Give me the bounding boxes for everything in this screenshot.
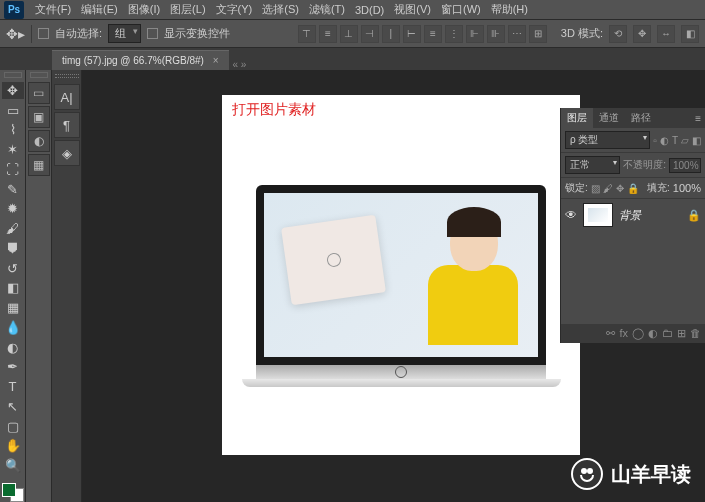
new-layer-icon[interactable]: ⊞ (677, 327, 686, 340)
show-transform-checkbox[interactable] (147, 28, 158, 39)
toolbox-handle[interactable] (4, 72, 22, 78)
menu-window[interactable]: 窗口(W) (441, 2, 481, 17)
distribute-2-icon[interactable]: ⋮ (445, 25, 463, 43)
menu-file[interactable]: 文件(F) (35, 2, 71, 17)
foreground-color-swatch[interactable] (2, 483, 16, 497)
type-tool[interactable]: T (2, 378, 24, 396)
layer-mask-icon[interactable]: ◯ (632, 327, 644, 340)
dock-character-icon[interactable]: A| (54, 84, 80, 110)
pen-tool[interactable]: ✒ (2, 358, 24, 376)
filter-smart-icon[interactable]: ◧ (692, 135, 701, 146)
filter-adjust-icon[interactable]: ◐ (660, 135, 669, 146)
align-vcenter-icon[interactable]: ≡ (319, 25, 337, 43)
auto-select-checkbox[interactable] (38, 28, 49, 39)
dock-handle[interactable] (55, 74, 79, 78)
layer-name[interactable]: 背景 (619, 208, 641, 223)
group-icon[interactable]: 🗀 (662, 327, 673, 340)
menu-view[interactable]: 视图(V) (394, 2, 431, 17)
clone-stamp-tool[interactable]: ⛊ (2, 240, 24, 258)
panel-history-icon[interactable]: ▭ (28, 82, 50, 104)
canvas-annotation: 打开图片素材 (222, 95, 580, 125)
align-hcenter-icon[interactable]: | (382, 25, 400, 43)
align-icons: ⊤ ≡ ⊥ ⊣ | ⊢ ≡ ⋮ ⊩ ⊪ ⋯ ⊞ (298, 25, 547, 43)
layer-item-background[interactable]: 👁 背景 🔒 (561, 199, 705, 231)
filter-pixel-icon[interactable]: ▫ (653, 135, 657, 146)
tab-paths[interactable]: 路径 (625, 108, 657, 128)
lock-label: 锁定: (565, 181, 588, 195)
path-selection-tool[interactable]: ↖ (2, 398, 24, 416)
gradient-tool[interactable]: ▦ (2, 299, 24, 317)
panel-styles-icon[interactable]: ▦ (28, 154, 50, 176)
3d-slide-icon[interactable]: ↔ (657, 25, 675, 43)
distribute-3-icon[interactable]: ⊩ (466, 25, 484, 43)
panel-handle[interactable] (30, 72, 48, 78)
menu-filter[interactable]: 滤镜(T) (309, 2, 345, 17)
menu-edit[interactable]: 编辑(E) (81, 2, 118, 17)
zoom-tool[interactable]: 🔍 (2, 457, 24, 475)
3d-scale-icon[interactable]: ◧ (681, 25, 699, 43)
dock-3d-icon[interactable]: ◈ (54, 140, 80, 166)
magic-wand-tool[interactable]: ✶ (2, 141, 24, 159)
tab-arrows-icon[interactable]: « » (233, 59, 247, 70)
lasso-tool[interactable]: ⌇ (2, 121, 24, 139)
move-tool[interactable]: ✥ (2, 82, 24, 100)
filter-type-icon[interactable]: T (672, 135, 678, 146)
align-right-icon[interactable]: ⊢ (403, 25, 421, 43)
3d-pan-icon[interactable]: ✥ (633, 25, 651, 43)
align-top-icon[interactable]: ⊤ (298, 25, 316, 43)
fill-input[interactable]: 100% (673, 182, 701, 194)
align-left-icon[interactable]: ⊣ (361, 25, 379, 43)
panel-adjustments-icon[interactable]: ◐ (28, 130, 50, 152)
lock-all-icon[interactable]: 🔒 (627, 183, 639, 194)
distribute-4-icon[interactable]: ⊪ (487, 25, 505, 43)
lock-transparency-icon[interactable]: ▨ (591, 183, 600, 194)
tab-layers[interactable]: 图层 (561, 108, 593, 128)
rectangle-tool[interactable]: ▢ (2, 417, 24, 435)
mode-3d-label: 3D 模式: (561, 26, 603, 41)
person-graphic (408, 203, 518, 353)
menu-3d[interactable]: 3D(D) (355, 4, 384, 16)
distribute-6-icon[interactable]: ⊞ (529, 25, 547, 43)
menu-image[interactable]: 图像(I) (128, 2, 160, 17)
distribute-1-icon[interactable]: ≡ (424, 25, 442, 43)
dock-paragraph-icon[interactable]: ¶ (54, 112, 80, 138)
lock-pixels-icon[interactable]: 🖌 (603, 183, 613, 194)
menu-help[interactable]: 帮助(H) (491, 2, 528, 17)
align-bottom-icon[interactable]: ⊥ (340, 25, 358, 43)
close-tab-icon[interactable]: × (213, 55, 219, 66)
document-canvas[interactable]: 打开图片素材 (222, 95, 580, 455)
dodge-tool[interactable]: ◐ (2, 338, 24, 356)
layer-thumbnail[interactable] (583, 203, 613, 227)
adjustment-layer-icon[interactable]: ◐ (648, 327, 658, 340)
hand-tool[interactable]: ✋ (2, 437, 24, 455)
panel-properties-icon[interactable]: ▣ (28, 106, 50, 128)
history-brush-tool[interactable]: ↺ (2, 259, 24, 277)
eraser-tool[interactable]: ◧ (2, 279, 24, 297)
link-layers-icon[interactable]: ⚯ (606, 327, 615, 340)
eyedropper-tool[interactable]: ✎ (2, 180, 24, 198)
marquee-tool[interactable]: ▭ (2, 101, 24, 119)
opacity-input[interactable]: 100% (669, 158, 701, 173)
layer-style-icon[interactable]: fx (619, 327, 628, 340)
layers-panel: 图层 通道 路径 ≡ ρ 类型 ▫ ◐ T ▱ ◧ 正常 不透明度: 100% … (560, 108, 705, 343)
healing-brush-tool[interactable]: ✹ (2, 200, 24, 218)
menu-select[interactable]: 选择(S) (262, 2, 299, 17)
document-tab[interactable]: timg (57).jpg @ 66.7%(RGB/8#) × (52, 50, 229, 70)
color-swatches[interactable] (2, 483, 24, 502)
menu-layer[interactable]: 图层(L) (170, 2, 205, 17)
3d-orbit-icon[interactable]: ⟲ (609, 25, 627, 43)
brush-tool[interactable]: 🖌 (2, 220, 24, 238)
tab-channels[interactable]: 通道 (593, 108, 625, 128)
visibility-toggle-icon[interactable]: 👁 (565, 208, 577, 222)
filter-shape-icon[interactable]: ▱ (681, 135, 689, 146)
auto-select-dropdown[interactable]: 组 (108, 24, 141, 43)
blur-tool[interactable]: 💧 (2, 319, 24, 337)
distribute-5-icon[interactable]: ⋯ (508, 25, 526, 43)
panel-menu-icon[interactable]: ≡ (691, 113, 705, 124)
layer-filter-dropdown[interactable]: ρ 类型 (565, 131, 650, 149)
crop-tool[interactable]: ⛶ (2, 161, 24, 179)
blend-mode-dropdown[interactable]: 正常 (565, 156, 620, 174)
delete-layer-icon[interactable]: 🗑 (690, 327, 701, 340)
lock-position-icon[interactable]: ✥ (616, 183, 624, 194)
menu-type[interactable]: 文字(Y) (216, 2, 253, 17)
